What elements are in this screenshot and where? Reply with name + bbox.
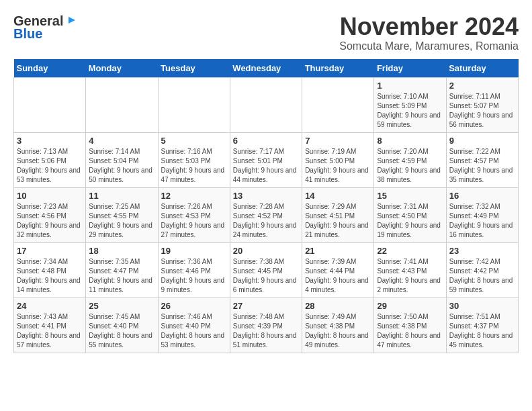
- day-info: Sunrise: 7:10 AM Sunset: 5:09 PM Dayligh…: [377, 92, 443, 130]
- day-number: 13: [233, 191, 299, 201]
- day-number: 18: [89, 246, 154, 256]
- calendar-week-4: 24Sunrise: 7:43 AM Sunset: 4:41 PM Dayli…: [14, 298, 519, 353]
- calendar-week-2: 10Sunrise: 7:23 AM Sunset: 4:56 PM Dayli…: [14, 187, 519, 242]
- day-number: 10: [17, 191, 83, 201]
- day-info: Sunrise: 7:19 AM Sunset: 5:00 PM Dayligh…: [305, 147, 371, 185]
- calendar-cell: 16Sunrise: 7:32 AM Sunset: 4:49 PM Dayli…: [446, 187, 518, 242]
- month-title: November 2024: [339, 13, 519, 40]
- day-info: Sunrise: 7:36 AM Sunset: 4:46 PM Dayligh…: [161, 257, 227, 295]
- day-info: Sunrise: 7:14 AM Sunset: 5:04 PM Dayligh…: [89, 147, 154, 185]
- day-number: 21: [305, 246, 371, 256]
- day-number: 2: [449, 81, 515, 91]
- day-info: Sunrise: 7:34 AM Sunset: 4:48 PM Dayligh…: [17, 257, 83, 295]
- calendar-cell: 27Sunrise: 7:48 AM Sunset: 4:39 PM Dayli…: [230, 298, 302, 353]
- day-number: 7: [305, 136, 371, 146]
- day-info: Sunrise: 7:45 AM Sunset: 4:40 PM Dayligh…: [89, 312, 154, 350]
- day-info: Sunrise: 7:50 AM Sunset: 4:38 PM Dayligh…: [377, 312, 443, 350]
- day-number: 16: [449, 191, 515, 201]
- day-info: Sunrise: 7:41 AM Sunset: 4:43 PM Dayligh…: [377, 257, 443, 295]
- day-number: 24: [17, 301, 83, 311]
- day-info: Sunrise: 7:39 AM Sunset: 4:44 PM Dayligh…: [305, 257, 371, 295]
- day-info: Sunrise: 7:11 AM Sunset: 5:07 PM Dayligh…: [449, 92, 515, 130]
- calendar-cell: 7Sunrise: 7:19 AM Sunset: 5:00 PM Daylig…: [302, 132, 374, 187]
- calendar-cell: 18Sunrise: 7:35 AM Sunset: 4:47 PM Dayli…: [86, 242, 158, 298]
- calendar-cell: 21Sunrise: 7:39 AM Sunset: 4:44 PM Dayli…: [302, 242, 374, 298]
- calendar-cell: 30Sunrise: 7:51 AM Sunset: 4:37 PM Dayli…: [446, 298, 518, 353]
- day-number: 1: [377, 81, 443, 91]
- calendar-cell: 1Sunrise: 7:10 AM Sunset: 5:09 PM Daylig…: [374, 77, 446, 132]
- day-number: 26: [161, 301, 227, 311]
- day-info: Sunrise: 7:31 AM Sunset: 4:50 PM Dayligh…: [377, 202, 443, 240]
- day-info: Sunrise: 7:49 AM Sunset: 4:38 PM Dayligh…: [305, 312, 371, 350]
- calendar-cell: 4Sunrise: 7:14 AM Sunset: 5:04 PM Daylig…: [86, 132, 158, 187]
- day-number: 23: [449, 246, 515, 256]
- day-number: 3: [17, 136, 83, 146]
- day-number: 25: [89, 301, 154, 311]
- calendar-cell: 9Sunrise: 7:22 AM Sunset: 4:57 PM Daylig…: [446, 132, 518, 187]
- day-info: Sunrise: 7:17 AM Sunset: 5:01 PM Dayligh…: [233, 147, 299, 185]
- calendar-table: SundayMondayTuesdayWednesdayThursdayFrid…: [13, 59, 519, 353]
- calendar-cell: 25Sunrise: 7:45 AM Sunset: 4:40 PM Dayli…: [86, 298, 158, 353]
- day-number: 29: [377, 301, 443, 311]
- day-info: Sunrise: 7:26 AM Sunset: 4:53 PM Dayligh…: [161, 202, 227, 240]
- calendar-cell: [230, 77, 302, 132]
- day-info: Sunrise: 7:20 AM Sunset: 4:59 PM Dayligh…: [377, 147, 443, 185]
- title-area: November 2024 Somcuta Mare, Maramures, R…: [339, 13, 519, 52]
- calendar-week-1: 3Sunrise: 7:13 AM Sunset: 5:06 PM Daylig…: [14, 132, 519, 187]
- calendar-cell: 12Sunrise: 7:26 AM Sunset: 4:53 PM Dayli…: [158, 187, 230, 242]
- day-number: 14: [305, 191, 371, 201]
- calendar-cell: 29Sunrise: 7:50 AM Sunset: 4:38 PM Dayli…: [374, 298, 446, 353]
- logo: General Blue: [13, 13, 78, 42]
- day-number: 27: [233, 301, 299, 311]
- header: General Blue November 2024 Somcuta Mare,…: [13, 13, 519, 52]
- calendar-cell: 17Sunrise: 7:34 AM Sunset: 4:48 PM Dayli…: [14, 242, 86, 298]
- day-number: 19: [161, 246, 227, 256]
- day-info: Sunrise: 7:25 AM Sunset: 4:55 PM Dayligh…: [89, 202, 154, 240]
- day-info: Sunrise: 7:32 AM Sunset: 4:49 PM Dayligh…: [449, 202, 515, 240]
- svg-marker-0: [69, 17, 75, 24]
- calendar-week-0: 1Sunrise: 7:10 AM Sunset: 5:09 PM Daylig…: [14, 77, 519, 132]
- day-info: Sunrise: 7:29 AM Sunset: 4:51 PM Dayligh…: [305, 202, 371, 240]
- day-info: Sunrise: 7:16 AM Sunset: 5:03 PM Dayligh…: [161, 147, 227, 185]
- day-info: Sunrise: 7:46 AM Sunset: 4:40 PM Dayligh…: [161, 312, 227, 350]
- calendar-cell: 19Sunrise: 7:36 AM Sunset: 4:46 PM Dayli…: [158, 242, 230, 298]
- day-info: Sunrise: 7:23 AM Sunset: 4:56 PM Dayligh…: [17, 202, 83, 240]
- calendar-cell: 24Sunrise: 7:43 AM Sunset: 4:41 PM Dayli…: [14, 298, 86, 353]
- day-info: Sunrise: 7:43 AM Sunset: 4:41 PM Dayligh…: [17, 312, 83, 350]
- calendar-cell: [86, 77, 158, 132]
- calendar-cell: 5Sunrise: 7:16 AM Sunset: 5:03 PM Daylig…: [158, 132, 230, 187]
- calendar-cell: 10Sunrise: 7:23 AM Sunset: 4:56 PM Dayli…: [14, 187, 86, 242]
- calendar-cell: 20Sunrise: 7:38 AM Sunset: 4:45 PM Dayli…: [230, 242, 302, 298]
- day-info: Sunrise: 7:35 AM Sunset: 4:47 PM Dayligh…: [89, 257, 154, 295]
- day-number: 20: [233, 246, 299, 256]
- header-friday: Friday: [374, 59, 446, 78]
- day-number: 4: [89, 136, 154, 146]
- day-info: Sunrise: 7:22 AM Sunset: 4:57 PM Dayligh…: [449, 147, 515, 185]
- day-info: Sunrise: 7:28 AM Sunset: 4:52 PM Dayligh…: [233, 202, 299, 240]
- calendar-cell: 3Sunrise: 7:13 AM Sunset: 5:06 PM Daylig…: [14, 132, 86, 187]
- day-number: 22: [377, 246, 443, 256]
- calendar-cell: 23Sunrise: 7:42 AM Sunset: 4:42 PM Dayli…: [446, 242, 518, 298]
- day-number: 8: [377, 136, 443, 146]
- calendar-cell: 11Sunrise: 7:25 AM Sunset: 4:55 PM Dayli…: [86, 187, 158, 242]
- day-number: 15: [377, 191, 443, 201]
- day-number: 17: [17, 246, 83, 256]
- header-monday: Monday: [86, 59, 158, 78]
- header-saturday: Saturday: [446, 59, 518, 78]
- calendar-cell: 8Sunrise: 7:20 AM Sunset: 4:59 PM Daylig…: [374, 132, 446, 187]
- calendar-cell: 26Sunrise: 7:46 AM Sunset: 4:40 PM Dayli…: [158, 298, 230, 353]
- day-number: 6: [233, 136, 299, 146]
- day-number: 9: [449, 136, 515, 146]
- calendar-header-row: SundayMondayTuesdayWednesdayThursdayFrid…: [14, 59, 519, 78]
- calendar-cell: 13Sunrise: 7:28 AM Sunset: 4:52 PM Dayli…: [230, 187, 302, 242]
- calendar-cell: [302, 77, 374, 132]
- header-wednesday: Wednesday: [230, 59, 302, 78]
- header-sunday: Sunday: [14, 59, 86, 78]
- day-number: 30: [449, 301, 515, 311]
- header-thursday: Thursday: [302, 59, 374, 78]
- day-number: 5: [161, 136, 227, 146]
- day-number: 12: [161, 191, 227, 201]
- day-info: Sunrise: 7:42 AM Sunset: 4:42 PM Dayligh…: [449, 257, 515, 295]
- day-number: 11: [89, 191, 154, 201]
- calendar-cell: 14Sunrise: 7:29 AM Sunset: 4:51 PM Dayli…: [302, 187, 374, 242]
